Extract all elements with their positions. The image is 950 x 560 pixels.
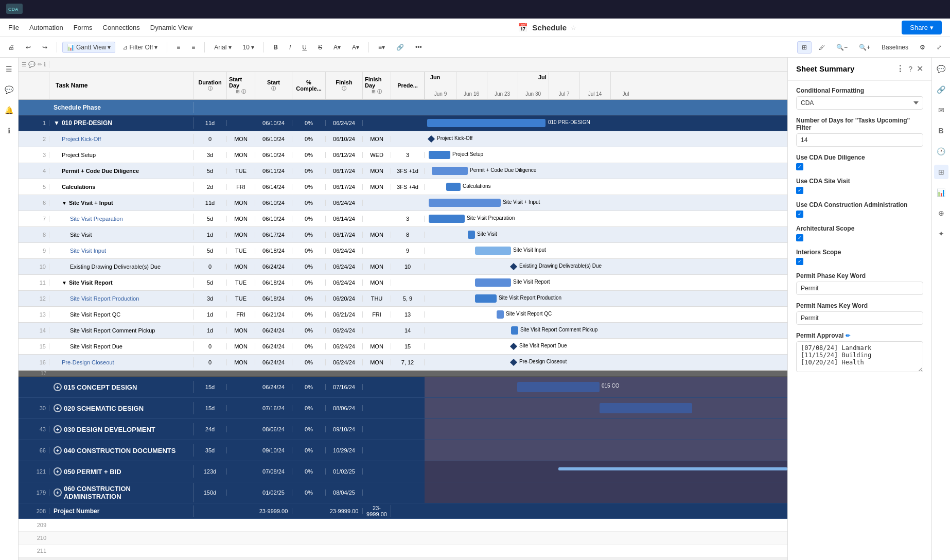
ss-label-permit-phase-keyword: Permit Phase Key Word [796, 272, 923, 279]
toolbar: 🖨 ↩ ↪ 📊 Gantt View ▾ ⊿ Filter Off ▾ ≡ ≡ … [0, 37, 950, 58]
toolbar-sep-3 [204, 42, 205, 52]
paint-button[interactable]: 🖊 [815, 42, 829, 53]
align-left-button[interactable]: ≡ [172, 42, 184, 53]
strikethrough-button[interactable]: S [314, 42, 326, 53]
right-rail-bold-icon[interactable]: B [934, 124, 948, 138]
settings-button[interactable]: ⚙ [916, 42, 929, 53]
toolbar-sep-1 [57, 42, 57, 52]
col-header-pct-complete: % Comple... [292, 72, 326, 99]
more-button[interactable]: ••• [411, 42, 426, 53]
right-rail-connect-icon[interactable]: ⊕ [934, 206, 948, 220]
rail-icon-1[interactable]: ☰ [2, 62, 16, 76]
text-color-button[interactable]: A▾ [348, 42, 363, 53]
sheet-summary-panel: Sheet Summary ⋮ ? ✕ Conditional Formatti… [787, 58, 931, 560]
col-header-task-name: Task Name [49, 72, 193, 99]
ss-days-filter-input[interactable] [796, 133, 923, 147]
right-rail-chart-icon[interactable]: 📊 [934, 185, 948, 200]
expand-button[interactable]: ⤢ [933, 42, 946, 53]
share-button[interactable]: Share ▾ [902, 21, 942, 34]
right-rail-link-icon[interactable]: 🔗 [934, 82, 948, 97]
menu-file[interactable]: File [8, 24, 19, 31]
ss-label-conditional-formatting: Conditional Formatting [796, 87, 923, 94]
menu-forms[interactable]: Forms [74, 24, 93, 31]
font-select[interactable]: Arial ▾ [210, 42, 235, 53]
ss-label-permit-approval: Permit Approval ✏ [796, 332, 923, 339]
redo-button[interactable]: ↪ [38, 42, 51, 53]
ss-site-visit-checkbox[interactable]: ✓ [796, 187, 803, 194]
col-header-finish: Finish ⓘ [326, 72, 363, 99]
star-icon[interactable]: ☆ [571, 24, 576, 31]
table-row: 16 Pre-Design Closeout 0 MON 06/24/24 0%… [19, 355, 787, 371]
menu-dynamic-view[interactable]: Dynamic View [150, 24, 192, 31]
col-header-finish-day: Finish Day ⊞ ⓘ [363, 72, 391, 99]
chevron-down-icon: ▾ [154, 44, 157, 51]
menu-bar: File Automation Forms Connections Dynami… [0, 19, 950, 37]
table-row: 2 Project Kick-Off 0 MON 06/10/24 0% 06/… [19, 131, 787, 147]
right-rail-mail-icon[interactable]: ✉ [934, 103, 948, 117]
link-button[interactable]: 🔗 [392, 42, 408, 53]
chevron-down-icon: ▾ [108, 44, 111, 51]
rail-icon-4[interactable]: ℹ [2, 124, 16, 138]
align-right-button[interactable]: ≡ [187, 42, 199, 53]
col-header-duration: Duration ⓘ [193, 72, 227, 99]
align-button[interactable]: ≡▾ [374, 42, 389, 53]
row-options-icon[interactable]: ☰ 💬 ✏ ℹ [22, 61, 45, 68]
table-row: 7 Site Visit Preparation 5d MON 06/10/24… [19, 211, 787, 227]
table-row: 3 Project Setup 3d MON 06/10/24 0% 06/12… [19, 147, 787, 163]
gantt-container: ☰ 💬 ✏ ℹ Task Name Duration ⓘ Start Day ⊞… [19, 58, 787, 560]
table-row: 43 + 030 DESIGN DEVELOPMENT 24d 08/06/24… [19, 419, 787, 440]
underline-button[interactable]: U [298, 42, 311, 53]
rail-icon-3[interactable]: 🔔 [2, 103, 16, 117]
ss-architectural-scope-section: Architectural Scope ✓ [796, 225, 923, 241]
app-logo: CDA [6, 4, 23, 15]
undo-button[interactable]: ↩ [22, 42, 35, 53]
right-rail-star-icon[interactable]: ✦ [934, 226, 948, 241]
more-options-icon[interactable]: ⋮ [896, 64, 904, 74]
zoom-in-button[interactable]: 🔍+ [855, 42, 874, 53]
right-rail-chat-icon[interactable]: 💬 [934, 62, 948, 76]
italic-button[interactable]: I [285, 42, 295, 53]
ss-label-permit-names-keyword: Permit Names Key Word [796, 302, 923, 309]
right-icon-rail: 💬 🔗 ✉ B 🕐 ⊞ 📊 ⊕ ✦ [931, 58, 950, 560]
right-rail-grid-icon[interactable]: ⊞ [934, 165, 948, 179]
sheet-summary-body: Conditional Formatting CDA Number of Day… [788, 81, 931, 380]
menu-automation[interactable]: Automation [29, 24, 63, 31]
close-icon[interactable]: ✕ [917, 64, 923, 74]
gantt-view-button[interactable]: 📊 Gantt View ▾ [62, 42, 115, 53]
ss-architectural-scope-checkbox[interactable]: ✓ [796, 234, 803, 241]
ss-conditional-formatting-dropdown[interactable]: CDA [796, 96, 923, 110]
menu-connections[interactable]: Connections [103, 24, 140, 31]
ss-construction-admin-checkbox[interactable]: ✓ [796, 211, 803, 218]
ss-label-days-filter: Number of Days for "Tasks Upcoming" Filt… [796, 117, 923, 131]
grid-body: Schedule Phase 1 ▼ 010 PRE-DESIGN 11d 06… [19, 100, 787, 560]
print-button[interactable]: 🖨 [4, 42, 19, 53]
ss-permit-names-keyword-input[interactable] [796, 311, 923, 325]
ss-label-interiors-scope: Interiors Scope [796, 249, 923, 256]
ss-days-filter-section: Number of Days for "Tasks Upcoming" Filt… [796, 117, 923, 147]
baselines-button[interactable]: Baselines [877, 42, 912, 53]
edit-icon[interactable]: ✏ [846, 332, 850, 339]
filter-button[interactable]: ⊿ Filter Off ▾ [118, 42, 162, 53]
ss-permit-approval-textarea[interactable]: [07/08/24] Landmark [11/15/24] Building … [796, 341, 923, 372]
font-size-select[interactable]: 10 ▾ [239, 42, 259, 53]
left-icon-rail: ☰ 💬 🔔 ℹ [0, 58, 19, 560]
table-row: 121 + 050 PERMIT + BID 123d 07/08/24 0% … [19, 461, 787, 482]
ss-due-diligence-checkbox[interactable]: ✓ [796, 163, 803, 170]
table-row: 15 Site Visit Report Due 0 MON 06/24/24 … [19, 339, 787, 355]
table-row: 1 ▼ 010 PRE-DESIGN 11d 06/10/24 0% 06/24… [19, 115, 787, 131]
rail-icon-2[interactable]: 💬 [2, 82, 16, 97]
top-bar: CDA [0, 0, 950, 19]
ss-interiors-scope-checkbox[interactable]: ✓ [796, 258, 803, 265]
ss-permit-phase-keyword-input[interactable] [796, 282, 923, 295]
bold-button[interactable]: B [269, 42, 282, 53]
table-row: 179 + 060 CONSTRUCTION ADMINISTRATION 15… [19, 482, 787, 503]
ss-label-architectural-scope: Architectural Scope [796, 225, 923, 232]
table-row: 11 ▼ Site Visit Report 5d TUE 06/18/24 0… [19, 275, 787, 291]
fill-color-button[interactable]: A▾ [329, 42, 345, 53]
page-title: Schedule [532, 23, 567, 32]
right-rail-history-icon[interactable]: 🕐 [934, 144, 948, 159]
zoom-out-button[interactable]: 🔍− [832, 42, 852, 53]
grid-view-button[interactable]: ⊞ [797, 41, 812, 54]
help-icon[interactable]: ? [908, 65, 912, 73]
table-row: 9 Site Visit Input 5d TUE 06/18/24 0% 06… [19, 243, 787, 259]
